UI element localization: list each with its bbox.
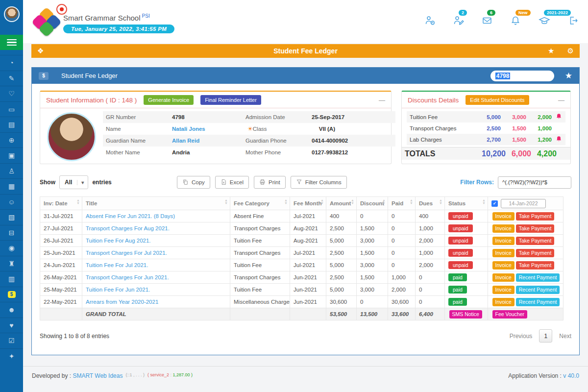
favorite-star-icon[interactable]: ★ bbox=[548, 47, 554, 55]
menu-toggle-button[interactable] bbox=[0, 35, 23, 50]
date-filter-checkbox[interactable]: ✓ bbox=[491, 200, 498, 207]
fee-title-link[interactable]: Tuition Fee For Jun 2021. bbox=[86, 287, 150, 293]
sidebar-item-gallery[interactable]: ▧ bbox=[0, 209, 23, 225]
sidebar-item-hostel[interactable]: ♜ bbox=[0, 256, 23, 271]
generate-invoice-button[interactable]: Generate Invoice bbox=[144, 95, 194, 105]
collapse-icon[interactable]: — bbox=[558, 97, 564, 104]
fee-voucher-button[interactable]: Fee Voucher bbox=[492, 310, 528, 318]
fee-title-link[interactable]: Absent Fine For Jun 2021. (8 Days) bbox=[86, 213, 175, 219]
status-badge[interactable]: paid bbox=[448, 286, 467, 294]
invoice-button[interactable]: Invoice bbox=[492, 261, 514, 270]
status-badge[interactable]: paid bbox=[448, 273, 467, 281]
column-header[interactable]: Discount▲▼ bbox=[357, 197, 388, 210]
sidebar-item-accounts[interactable]: ◉ bbox=[0, 240, 23, 256]
recent-payment-button[interactable]: Recent Payment bbox=[516, 298, 560, 306]
sidebar-item-library[interactable]: ▥ bbox=[0, 271, 23, 287]
excel-button[interactable]: Excel bbox=[215, 176, 249, 189]
column-header[interactable]: Status▲▼ bbox=[445, 197, 488, 210]
sidebar-item-student[interactable]: ♙ bbox=[0, 163, 23, 179]
column-header[interactable]: Paid▲▼ bbox=[388, 197, 416, 210]
collapse-icon[interactable]: — bbox=[379, 97, 385, 104]
search-input[interactable]: 4798 bbox=[490, 71, 554, 81]
invoice-button[interactable]: Invoice bbox=[492, 224, 514, 233]
invoice-button[interactable]: Invoice bbox=[492, 237, 514, 245]
fee-title-link[interactable]: Arrears from Year 2020-2021 bbox=[86, 299, 158, 305]
final-reminder-button[interactable]: Final Reminder Letter bbox=[200, 95, 261, 105]
fee-title-link[interactable]: Transport Charges For Jun 2021. bbox=[86, 274, 169, 280]
fee-title-link[interactable]: Tuition Fee For Jul 2021. bbox=[86, 262, 148, 268]
page-1-button[interactable]: 1 bbox=[539, 329, 552, 343]
column-header[interactable]: Title▲▼ bbox=[82, 197, 230, 210]
gear-sun-icon[interactable]: ☀ bbox=[247, 125, 253, 132]
sort-icon: ▲▼ bbox=[482, 199, 486, 205]
invoice-button[interactable]: Invoice bbox=[492, 212, 514, 220]
fee-title-link[interactable]: Transport Charges For Jul 2021. bbox=[86, 250, 167, 256]
fee-title-link[interactable]: Tuition Fee For Aug 2021. bbox=[86, 238, 151, 244]
status-badge[interactable]: unpaid bbox=[448, 212, 473, 220]
info-value[interactable]: Natali Jones bbox=[172, 126, 245, 132]
status-badge[interactable]: unpaid bbox=[448, 224, 473, 232]
take-payment-button[interactable]: Take Payment bbox=[516, 212, 555, 220]
sidebar-item-admission[interactable]: ✎ bbox=[0, 71, 23, 86]
bell-icon[interactable]: New bbox=[510, 15, 521, 28]
mail-icon[interactable]: 6 bbox=[481, 15, 493, 28]
print-button[interactable]: Print bbox=[254, 176, 286, 189]
previous-button[interactable]: Previous bbox=[510, 333, 533, 340]
filter-columns-button[interactable]: Filter Columns bbox=[291, 176, 347, 189]
sidebar-item-welfare[interactable]: ♥ bbox=[0, 318, 23, 333]
info-label: Name bbox=[106, 126, 172, 132]
sidebar-item-bag[interactable]: ▣ bbox=[0, 147, 23, 163]
invoice-button[interactable]: Invoice bbox=[492, 273, 514, 282]
sidebar-item-staff[interactable]: ☺ bbox=[0, 194, 23, 210]
invoice-button[interactable]: Invoice bbox=[492, 249, 514, 257]
status-badge[interactable]: paid bbox=[448, 298, 467, 306]
column-header[interactable]: Amount▲▼ bbox=[326, 197, 357, 210]
status-badge[interactable]: unpaid bbox=[448, 261, 473, 269]
sms-notice-button[interactable]: SMS Notice bbox=[449, 310, 482, 318]
panel-star-icon[interactable]: ★ bbox=[565, 71, 572, 81]
recent-payment-button[interactable]: Recent Payment bbox=[516, 273, 560, 282]
column-header[interactable]: Fee Month▲▼ bbox=[290, 197, 326, 210]
filter-rows-input[interactable] bbox=[498, 176, 571, 189]
date-filter-input[interactable] bbox=[501, 199, 546, 208]
user-clock-icon[interactable] bbox=[424, 15, 436, 28]
fee-title-link[interactable]: Transport Charges For Aug 2021. bbox=[86, 225, 170, 231]
status-badge[interactable]: unpaid bbox=[448, 249, 473, 257]
sidebar-item-tasks[interactable]: ☑ bbox=[0, 333, 23, 348]
column-header[interactable]: Dues▲▼ bbox=[416, 197, 445, 210]
developer-link[interactable]: SMART Web Ideas bbox=[73, 372, 122, 379]
sidebar-item-fees[interactable]: $ bbox=[0, 287, 23, 302]
sidebar-item-transport[interactable]: ⊟ bbox=[0, 225, 23, 241]
sidebar-item-dashboard[interactable]: ◔ bbox=[0, 55, 23, 71]
total-amount: 10,200 bbox=[480, 149, 506, 158]
sidebar-item-certificate[interactable]: ✦ bbox=[0, 348, 23, 364]
logout-icon[interactable] bbox=[567, 15, 579, 28]
sidebar-item-id-card[interactable]: ▤ bbox=[0, 117, 23, 132]
column-header[interactable]: Fee Category▲▼ bbox=[230, 197, 290, 210]
edit-discounts-button[interactable]: Edit Student Discounts bbox=[466, 95, 529, 105]
user-avatar[interactable] bbox=[4, 6, 20, 22]
take-payment-button[interactable]: Take Payment bbox=[516, 261, 555, 270]
sidebar-item-health[interactable]: ♡ bbox=[0, 86, 23, 101]
user-edit-icon[interactable]: 2 bbox=[453, 15, 465, 28]
sidebar-item-fee-card[interactable]: ▭ bbox=[0, 101, 23, 117]
settings-gears-icon[interactable]: ⚙ bbox=[567, 47, 574, 55]
take-payment-button[interactable]: Take Payment bbox=[516, 224, 555, 233]
reminder-bell-icon[interactable] bbox=[552, 113, 563, 121]
next-button[interactable]: Next bbox=[559, 333, 571, 340]
info-value[interactable]: Allan Reid bbox=[172, 138, 245, 144]
copy-button[interactable]: Copy bbox=[177, 176, 210, 189]
recent-payment-button[interactable]: Recent Payment bbox=[516, 286, 560, 294]
invoice-button[interactable]: Invoice bbox=[492, 286, 514, 294]
sidebar-item-parents[interactable]: ☻ bbox=[0, 302, 23, 318]
take-payment-button[interactable]: Take Payment bbox=[516, 249, 555, 257]
invoice-button[interactable]: Invoice bbox=[492, 298, 514, 306]
reminder-bell-icon[interactable] bbox=[552, 135, 563, 144]
sidebar-item-calendar[interactable]: ▦ bbox=[0, 178, 23, 194]
entries-select[interactable]: All ▾ bbox=[59, 175, 88, 189]
graduation-cap-icon[interactable]: 2021-2022 bbox=[538, 15, 551, 28]
column-header[interactable]: Inv: Date▲▼ bbox=[40, 197, 82, 210]
sidebar-item-website[interactable]: ⊕ bbox=[0, 132, 23, 148]
take-payment-button[interactable]: Take Payment bbox=[516, 237, 555, 245]
status-badge[interactable]: unpaid bbox=[448, 237, 473, 245]
